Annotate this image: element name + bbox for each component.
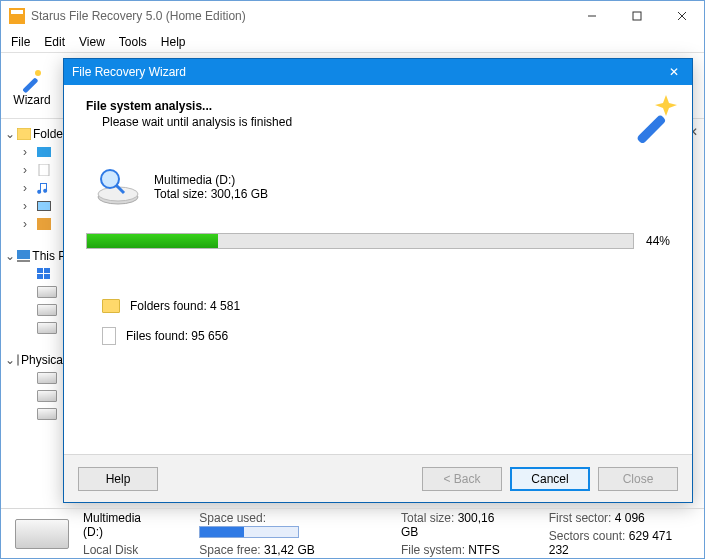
cancel-button[interactable]: Cancel bbox=[510, 467, 590, 491]
folder-icon bbox=[102, 299, 120, 313]
drive-icon bbox=[37, 372, 57, 384]
wizard-subheading: Please wait until analysis is finished bbox=[86, 115, 670, 129]
minimize-button[interactable] bbox=[569, 1, 614, 31]
svg-rect-3 bbox=[633, 12, 641, 20]
fs-value: NTFS bbox=[468, 543, 499, 557]
disk-size: Total size: 300,16 GB bbox=[154, 187, 268, 201]
sectors-count-label: Sectors count: bbox=[549, 529, 626, 543]
total-size-label: Total size: bbox=[401, 511, 454, 525]
statusbar: Multimedia (D:) Local Disk Space used: S… bbox=[1, 508, 704, 558]
drive-icon bbox=[37, 390, 57, 402]
folders-found: Folders found: 4 581 bbox=[130, 299, 240, 313]
menu-help[interactable]: Help bbox=[161, 35, 186, 49]
back-button: < Back bbox=[422, 467, 502, 491]
menu-tools[interactable]: Tools bbox=[119, 35, 147, 49]
close-button[interactable] bbox=[659, 1, 704, 31]
drive-large-icon bbox=[15, 519, 69, 549]
drive-icon bbox=[37, 408, 57, 420]
wizard-label: Wizard bbox=[13, 93, 50, 107]
space-used-fill bbox=[200, 527, 244, 537]
maximize-button[interactable] bbox=[614, 1, 659, 31]
space-used-bar bbox=[199, 526, 299, 538]
drive-icon bbox=[17, 354, 19, 366]
menu-edit[interactable]: Edit bbox=[44, 35, 65, 49]
drive-icon bbox=[37, 286, 57, 298]
svg-rect-19 bbox=[44, 274, 50, 279]
windows-icon bbox=[37, 268, 51, 280]
svg-rect-14 bbox=[17, 250, 30, 259]
svg-rect-15 bbox=[17, 260, 30, 262]
progress-fill bbox=[87, 234, 218, 248]
music-icon bbox=[37, 181, 51, 195]
window-buttons bbox=[569, 1, 704, 31]
space-free-value: 31,42 GB bbox=[264, 543, 315, 557]
video-icon bbox=[37, 201, 51, 211]
svg-marker-21 bbox=[655, 95, 677, 116]
svg-rect-12 bbox=[38, 202, 50, 210]
pc-icon bbox=[17, 250, 30, 262]
wizard-title: File Recovery Wizard bbox=[72, 65, 664, 79]
wizard-heading: File system analysis... bbox=[86, 99, 670, 113]
svg-rect-18 bbox=[37, 274, 43, 279]
wand-large-icon bbox=[628, 91, 680, 143]
disk-name: Multimedia (D:) bbox=[154, 173, 268, 187]
svg-rect-20 bbox=[636, 114, 666, 143]
wand-icon bbox=[18, 65, 46, 93]
wizard-titlebar: File Recovery Wizard ✕ bbox=[64, 59, 692, 85]
archive-icon bbox=[37, 218, 51, 230]
fs-label: File system: bbox=[401, 543, 465, 557]
svg-rect-10 bbox=[39, 164, 49, 176]
app-title: Starus File Recovery 5.0 (Home Edition) bbox=[31, 9, 569, 23]
svg-rect-9 bbox=[37, 147, 51, 157]
svg-point-7 bbox=[35, 70, 41, 76]
picture-icon bbox=[37, 147, 51, 157]
close-dialog-button: Close bbox=[598, 467, 678, 491]
magnifier-disk-icon bbox=[94, 167, 142, 207]
wizard-dialog: File Recovery Wizard ✕ File system analy… bbox=[63, 58, 693, 503]
help-button[interactable]: Help bbox=[78, 467, 158, 491]
progress-percent: 44% bbox=[646, 234, 670, 248]
folder-icon bbox=[17, 128, 31, 140]
svg-rect-16 bbox=[37, 268, 43, 273]
space-used-label: Space used: bbox=[199, 511, 266, 525]
drive-icon bbox=[37, 304, 57, 316]
first-sector-value: 4 096 bbox=[615, 511, 645, 525]
status-disk-type: Local Disk bbox=[83, 543, 161, 557]
drive-icon bbox=[37, 322, 57, 334]
titlebar: Starus File Recovery 5.0 (Home Edition) bbox=[1, 1, 704, 31]
wizard-button[interactable]: Wizard bbox=[7, 65, 57, 107]
svg-rect-8 bbox=[17, 128, 31, 140]
app-icon bbox=[9, 8, 25, 24]
menu-view[interactable]: View bbox=[79, 35, 105, 49]
file-icon bbox=[102, 327, 116, 345]
svg-rect-1 bbox=[11, 10, 23, 14]
document-icon bbox=[37, 164, 51, 176]
svg-rect-13 bbox=[37, 218, 51, 230]
menubar: File Edit View Tools Help bbox=[1, 31, 704, 53]
status-disk-name: Multimedia (D:) bbox=[83, 511, 161, 539]
wizard-close-icon[interactable]: ✕ bbox=[664, 65, 684, 79]
svg-rect-6 bbox=[22, 77, 38, 93]
first-sector-label: First sector: bbox=[549, 511, 612, 525]
space-free-label: Space free: bbox=[199, 543, 260, 557]
wizard-footer: Help < Back Cancel Close bbox=[64, 454, 692, 502]
svg-rect-17 bbox=[44, 268, 50, 273]
progress-bar bbox=[86, 233, 634, 249]
menu-file[interactable]: File bbox=[11, 35, 30, 49]
files-found: Files found: 95 656 bbox=[126, 329, 228, 343]
